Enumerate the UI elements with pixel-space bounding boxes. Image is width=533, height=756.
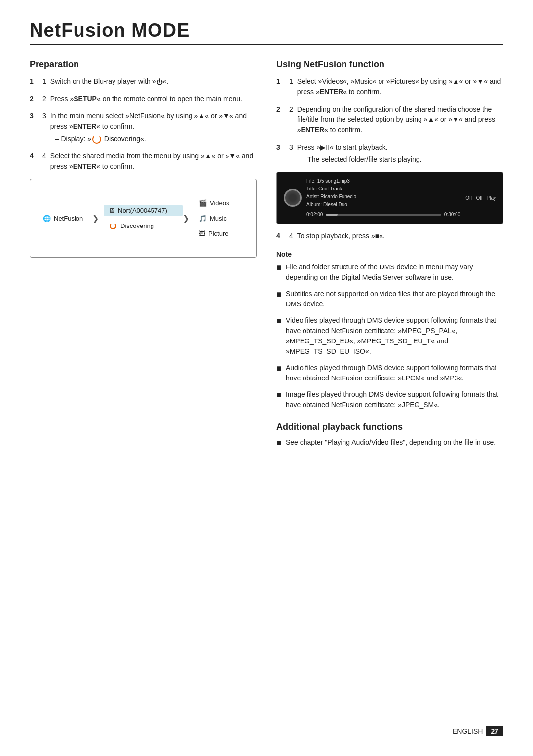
step-3-sub: Display: » Discovering«. — [55, 134, 257, 144]
menu-device-item: 🖥 Nort(A00045747) — [104, 205, 183, 216]
note-bullet-1: ■ — [276, 261, 282, 283]
preparation-section: Preparation 1 Switch on the Blu-ray play… — [30, 59, 257, 263]
using-netfusion-section: Using NetFusion function 1 Select »Video… — [276, 59, 503, 454]
note-bullet-2: ■ — [276, 288, 282, 309]
step-4: 4 Select the shared media from the menu … — [30, 151, 257, 172]
footer-page: 27 — [486, 726, 503, 736]
using-step-4: 4 To stop playback, press »■«. — [276, 231, 503, 241]
step-1-content: Switch on the Blu-ray player with »⏻«. — [50, 76, 257, 87]
music-label: Music — [210, 215, 227, 222]
using-step-3-sub: The selected folder/file starts playing. — [302, 154, 503, 165]
using-netfusion-steps: 1 Select »Videos«, »Music« or »Pictures«… — [276, 76, 503, 165]
step-4-content: Select the shared media from the menu by… — [50, 151, 257, 172]
using-step-3-content: Press »▶II« to start playback. The selec… — [297, 142, 503, 165]
note-text-1: File and folder structure of the DMS dev… — [286, 262, 503, 283]
note-bullet-4: ■ — [276, 362, 282, 383]
playback-screenshot: File: 1/5 song1.mp3 Title: Cool Track Ar… — [276, 172, 503, 224]
ctrl-row: Off Off Play — [465, 195, 496, 201]
discovering-icon — [92, 135, 101, 144]
file-info: File: 1/5 song1.mp3 — [306, 177, 460, 185]
additional-text-1: See chapter "Playing Audio/Video files",… — [286, 437, 495, 450]
artist-info: Artist: Ricardo Funecio — [306, 193, 460, 201]
using-step-4-list: 4 To stop playback, press »■«. — [276, 231, 503, 241]
using-step-2-content: Depending on the configuration of the sh… — [297, 104, 503, 135]
additional-title: Additional playback functions — [276, 422, 503, 432]
progress-bar — [326, 214, 441, 216]
note-item-4: ■ Audio files played through DMS device … — [276, 363, 503, 383]
note-item-5: ■ Image files played through DMS device … — [276, 389, 503, 410]
picture-icon: 🖼 — [199, 230, 205, 237]
using-step-1: 1 Select »Videos«, »Music« or »Pictures«… — [276, 76, 503, 97]
music-icon: 🎵 — [199, 215, 207, 222]
menu-music-item: 🎵 Music — [194, 213, 243, 224]
step-3: 3 In the main menu select »NetFusion« by… — [30, 111, 257, 144]
additional-bullet-1: ■ — [276, 436, 282, 450]
step-2-content: Press »SETUP« on the remote control to o… — [50, 94, 257, 104]
device-icon: 🖥 — [109, 207, 115, 214]
note-item-1: ■ File and folder structure of the DMS d… — [276, 262, 503, 283]
using-step-2-number: 2 — [289, 104, 293, 135]
ctrl-play: Play — [487, 195, 496, 201]
step-1: 1 Switch on the Blu-ray player with »⏻«. — [30, 76, 257, 87]
videos-label: Videos — [210, 199, 229, 207]
note-item-2: ■ Subtitles are not supported on video f… — [276, 289, 503, 309]
using-step-2: 2 Depending on the configuration of the … — [276, 104, 503, 135]
using-step-4-number: 4 — [289, 231, 293, 241]
playback-controls: Off Off Play — [465, 195, 496, 201]
note-text-4: Audio files played through DMS device su… — [286, 363, 503, 383]
preparation-title: Preparation — [30, 59, 257, 70]
footer-lang: ENGLISH — [453, 727, 483, 735]
time-start: 0:02:00 — [306, 211, 323, 219]
note-text-2: Subtitles are not supported on video fil… — [286, 289, 503, 309]
step-2-number: 2 — [42, 94, 46, 104]
additional-list: ■ See chapter "Playing Audio/Video files… — [276, 437, 503, 450]
note-item-3: ■ Video files played through DMS device … — [276, 315, 503, 357]
discovering-label: Discovering — [120, 222, 154, 229]
album-info: Album: Diesel Duo — [306, 201, 460, 209]
menu-netfusion-item: 🌐 NetFusion — [38, 213, 92, 224]
discovering-icon-menu — [110, 223, 116, 229]
additional-section: Additional playback functions ■ See chap… — [276, 422, 503, 450]
using-step-3-number: 3 — [289, 142, 293, 165]
menu-discovering-item: Discovering — [104, 220, 183, 231]
footer: ENGLISH 27 — [453, 726, 503, 736]
using-step-1-number: 1 — [289, 76, 293, 97]
note-text-5: Image files played through DMS device su… — [286, 389, 503, 410]
menu-diagram: 🌐 NetFusion ❯ 🖥 Nort(A00045747) Discover… — [30, 179, 257, 258]
note-section: Note ■ File and folder structure of the … — [276, 250, 503, 410]
step-2: 2 Press »SETUP« on the remote control to… — [30, 94, 257, 104]
menu-arrow-2: ❯ — [183, 214, 189, 223]
note-text-3: Video files played through DMS device su… — [286, 315, 503, 357]
step-1-number: 1 — [42, 76, 46, 87]
using-netfusion-title: Using NetFusion function — [276, 59, 503, 70]
ctrl-off-2: Off — [476, 195, 482, 201]
note-title: Note — [276, 250, 503, 258]
step-3-content: In the main menu select »NetFusion« by u… — [50, 111, 257, 144]
menu-videos-item: 🎬 Videos — [194, 197, 243, 209]
videos-icon: 🎬 — [199, 199, 207, 207]
using-step-1-content: Select »Videos«, »Music« or »Pictures« b… — [297, 76, 503, 97]
note-bullet-5: ■ — [276, 388, 282, 410]
disc-icon — [284, 189, 302, 207]
menu-picture-item: 🖼 Picture — [194, 228, 243, 239]
menu-col-media: 🎬 Videos 🎵 Music 🖼 Picture — [194, 197, 243, 239]
menu-arrow-1: ❯ — [92, 214, 99, 223]
additional-item-1: ■ See chapter "Playing Audio/Video files… — [276, 437, 503, 450]
netfusion-label: NetFusion — [54, 215, 83, 222]
time-end: 0:30:00 — [444, 211, 460, 219]
note-list: ■ File and folder structure of the DMS d… — [276, 262, 503, 410]
ctrl-off-1: Off — [465, 195, 472, 201]
netfusion-icon: 🌐 — [43, 215, 51, 222]
note-bullet-3: ■ — [276, 314, 282, 357]
using-step-4-content: To stop playback, press »■«. — [297, 231, 503, 241]
preparation-steps: 1 Switch on the Blu-ray player with »⏻«.… — [30, 76, 257, 172]
title-info: Title: Cool Track — [306, 185, 460, 193]
progress-fill — [326, 214, 337, 216]
page-title: NetFusion MODE — [30, 20, 503, 45]
using-step-3: 3 Press »▶II« to start playback. The sel… — [276, 142, 503, 165]
playback-bar-row: 0:02:00 0:30:00 — [306, 211, 460, 219]
step-4-number: 4 — [42, 151, 46, 172]
menu-row: 🌐 NetFusion ❯ 🖥 Nort(A00045747) Discover… — [38, 197, 248, 239]
step-3-number: 3 — [42, 111, 46, 144]
menu-col-device: 🖥 Nort(A00045747) Discovering — [104, 205, 183, 231]
